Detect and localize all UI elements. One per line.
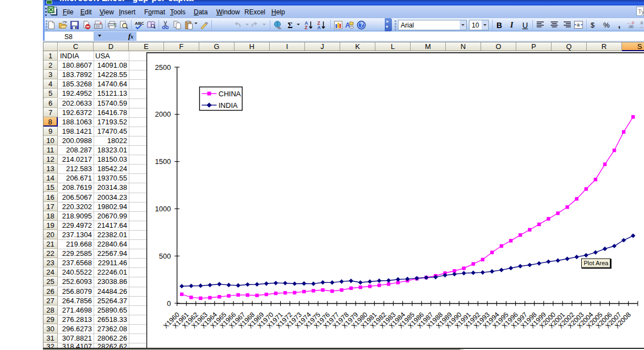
svg-text:a: a xyxy=(577,22,580,28)
svg-text:2000: 2000 xyxy=(155,110,171,118)
svg-text:2500: 2500 xyxy=(155,63,171,72)
svg-text:Plot Area: Plot Area xyxy=(584,260,609,266)
svg-text:.0: .0 xyxy=(640,21,643,25)
svg-text:.00: .00 xyxy=(628,25,634,29)
svg-text:ABC: ABC xyxy=(135,21,144,26)
svg-text:0: 0 xyxy=(167,299,171,308)
svg-text:Z: Z xyxy=(304,25,307,30)
svg-text:1000: 1000 xyxy=(155,205,171,213)
svg-text:?: ? xyxy=(360,22,363,28)
svg-text:INDIA: INDIA xyxy=(219,101,238,110)
svg-text:500: 500 xyxy=(159,252,171,260)
svg-text:Σ: Σ xyxy=(287,21,292,29)
svg-text:←.0: ←.0 xyxy=(627,21,634,25)
svg-text:CHINA: CHINA xyxy=(219,90,241,98)
svg-text:A: A xyxy=(317,25,320,30)
svg-text:1500: 1500 xyxy=(155,157,171,166)
svg-text:→: → xyxy=(640,25,643,29)
